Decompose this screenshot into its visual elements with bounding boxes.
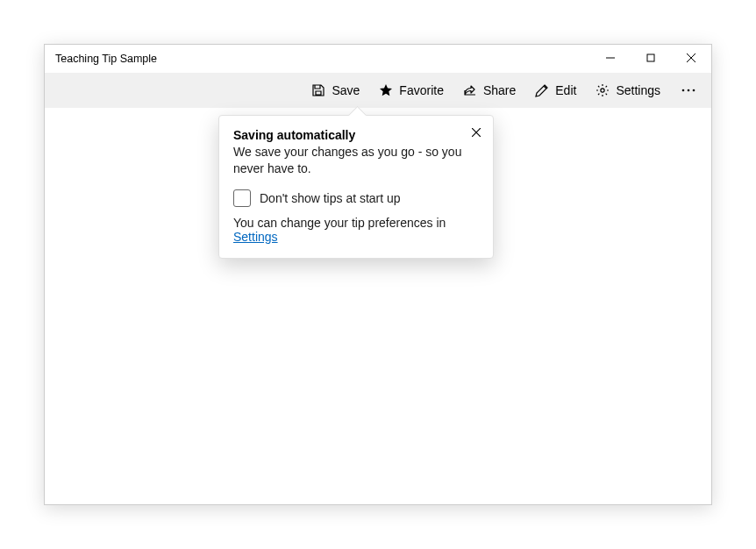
- save-button[interactable]: Save: [303, 78, 368, 103]
- favorite-label: Favorite: [399, 83, 444, 97]
- teaching-tip-settings-link[interactable]: Settings: [233, 230, 278, 244]
- minimize-icon: [606, 53, 615, 62]
- share-button[interactable]: Share: [454, 78, 524, 103]
- edit-label: Edit: [555, 83, 576, 97]
- minimize-button[interactable]: [590, 45, 631, 71]
- maximize-button[interactable]: [631, 45, 671, 71]
- gear-icon: [596, 83, 610, 97]
- teaching-tip-footer-text: You can change your tip preferences in: [233, 216, 446, 230]
- save-icon: [311, 83, 325, 97]
- dont-show-tips-checkbox[interactable]: [233, 189, 251, 207]
- teaching-tip-subtitle: We save your changes as you go - so you …: [233, 144, 479, 177]
- edit-button[interactable]: Edit: [526, 78, 585, 103]
- dont-show-tips-label: Don't show tips at start up: [260, 191, 401, 205]
- teaching-tip-footer: You can change your tip preferences in S…: [233, 216, 479, 244]
- app-window: Teaching Tip Sample Save Favorite Share: [44, 44, 712, 505]
- command-bar: Save Favorite Share Edit Settings: [45, 73, 711, 108]
- teaching-tip-close-button[interactable]: [466, 122, 487, 143]
- favorite-button[interactable]: Favorite: [370, 78, 453, 103]
- settings-label: Settings: [616, 83, 660, 97]
- close-icon: [687, 53, 695, 62]
- save-label: Save: [332, 83, 360, 97]
- titlebar: Teaching Tip Sample: [45, 45, 711, 73]
- more-button[interactable]: [671, 78, 706, 103]
- share-label: Share: [483, 83, 516, 97]
- close-icon: [472, 128, 481, 137]
- svg-point-6: [688, 89, 690, 92]
- settings-button[interactable]: Settings: [587, 78, 669, 103]
- share-icon: [463, 83, 477, 97]
- svg-point-7: [693, 89, 695, 92]
- teaching-tip-checkbox-row: Don't show tips at start up: [233, 189, 479, 207]
- window-title: Teaching Tip Sample: [55, 53, 157, 65]
- edit-icon: [535, 83, 549, 97]
- maximize-icon: [646, 53, 655, 62]
- teaching-tip-title: Saving automatically: [233, 128, 479, 142]
- svg-rect-1: [647, 54, 654, 61]
- close-button[interactable]: [671, 45, 711, 71]
- teaching-tip: Saving automatically We save your change…: [218, 115, 494, 259]
- svg-point-5: [682, 89, 685, 92]
- svg-point-4: [601, 89, 604, 92]
- star-icon: [379, 83, 393, 97]
- more-icon: [681, 83, 695, 97]
- titlebar-controls: [590, 45, 711, 71]
